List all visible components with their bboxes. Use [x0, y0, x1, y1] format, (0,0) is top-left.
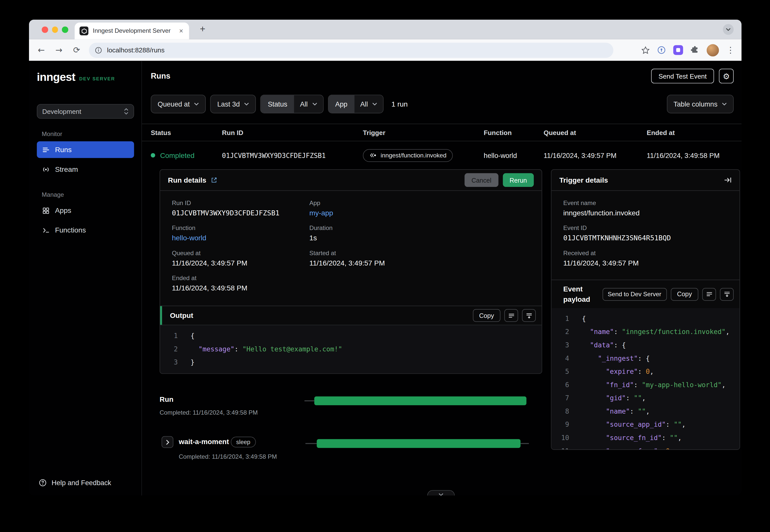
- code-line: 4 "_inngest": {: [551, 352, 740, 365]
- scroll-to-bottom-icon[interactable]: [522, 309, 536, 322]
- run-duration-bar[interactable]: [314, 396, 526, 405]
- external-link-icon[interactable]: [211, 177, 218, 183]
- forward-button[interactable]: →: [53, 45, 64, 55]
- field-value: 1s: [309, 234, 530, 242]
- app-link[interactable]: my-app: [309, 209, 530, 217]
- trigger-details-card: Trigger details Event name inngest/funct…: [551, 169, 740, 450]
- inngest-logo: inngest: [37, 72, 75, 83]
- function-link[interactable]: hello-world: [172, 234, 309, 242]
- sidebar-item-apps[interactable]: Apps: [37, 202, 134, 219]
- scroll-to-bottom-pill[interactable]: [427, 490, 455, 495]
- address-bar[interactable]: localhost:8288/runs: [89, 42, 614, 57]
- profile-avatar[interactable]: [707, 44, 719, 56]
- chevron-down-icon: [194, 103, 199, 106]
- field-label: Queued at: [172, 250, 309, 256]
- field-function: Function hello-world: [172, 225, 309, 242]
- app-filter-label: App: [328, 95, 354, 113]
- trigger-badge-label: inngest/function.invoked: [380, 152, 446, 159]
- timeline-run-label: Run: [159, 395, 173, 403]
- tab-strip: Inngest Development Server × +: [29, 20, 742, 39]
- row-run-id: 01JCVBTMV3WXY9D3CFDEJFZSB1: [222, 151, 363, 159]
- field-label: Received at: [563, 250, 728, 256]
- help-and-feedback-button[interactable]: Help and Feedback: [39, 479, 111, 487]
- timeline-connector: [521, 443, 529, 444]
- rerun-button[interactable]: Rerun: [503, 173, 534, 187]
- trigger-details-title: Trigger details: [559, 176, 608, 184]
- step-name: wait-a-moment: [179, 438, 229, 445]
- text-wrap-icon[interactable]: [702, 288, 716, 301]
- output-copy-button[interactable]: Copy: [473, 309, 500, 322]
- minimize-window-button[interactable]: [52, 26, 58, 32]
- collapse-panel-icon[interactable]: [724, 177, 732, 183]
- site-info-icon[interactable]: [95, 46, 102, 54]
- runs-table-header: Status Run ID Trigger Function Queued at…: [142, 124, 742, 141]
- extension-pinned-icon[interactable]: [673, 45, 683, 55]
- table-columns-dropdown[interactable]: Table columns: [667, 95, 734, 113]
- row-ended-at: 11/16/2024, 3:49:58 PM: [647, 151, 733, 159]
- table-row[interactable]: Completed 01JCVBTMV3WXY9D3CFDEJFZSB1 inn…: [142, 141, 742, 169]
- sidebar-item-runs[interactable]: Runs: [37, 141, 134, 158]
- timeline-connector: [305, 400, 314, 401]
- send-to-dev-server-button[interactable]: Send to Dev Server: [602, 288, 667, 301]
- run-details-header: Run details Cancel Rerun: [160, 170, 541, 191]
- status-filter-value[interactable]: All: [294, 95, 323, 113]
- inngest-favicon-icon: [80, 26, 88, 35]
- event-icon: [369, 153, 377, 158]
- code-line: 5 "expire": 0,: [551, 365, 740, 378]
- tab-close-icon[interactable]: ×: [178, 27, 184, 35]
- sidebar-item-stream[interactable]: Stream: [37, 161, 134, 178]
- sidebar-item-functions[interactable]: Functions: [37, 222, 134, 238]
- extensions-puzzle-icon[interactable]: [690, 46, 699, 54]
- queued-at-filter[interactable]: Queued at: [151, 95, 206, 113]
- trigger-details-fields: Event name inngest/function.invoked Even…: [551, 191, 740, 276]
- time-range-filter[interactable]: Last 3d: [210, 95, 256, 113]
- field-duration: Duration 1s: [309, 225, 530, 242]
- traffic-lights: [42, 26, 68, 32]
- browser-menu-icon[interactable]: ⋮: [726, 45, 735, 55]
- output-section-header: Output Copy: [160, 306, 541, 325]
- status-filter[interactable]: Status All: [261, 95, 324, 113]
- trigger-badge[interactable]: inngest/function.invoked: [363, 149, 453, 162]
- payload-copy-button[interactable]: Copy: [671, 288, 698, 301]
- step-expand-button[interactable]: [161, 436, 173, 448]
- run-count: 1 run: [391, 100, 407, 108]
- step-duration-bar[interactable]: [317, 439, 520, 448]
- app-filter[interactable]: App All: [328, 95, 383, 113]
- scroll-to-bottom-icon[interactable]: [720, 288, 734, 301]
- back-button[interactable]: ←: [36, 45, 47, 55]
- send-test-event-button[interactable]: Send Test Event: [651, 69, 714, 83]
- sidebar-item-label: Stream: [55, 165, 78, 173]
- tab-search-button[interactable]: [723, 24, 734, 35]
- browser-tab[interactable]: Inngest Development Server ×: [75, 23, 189, 39]
- monitor-section-label: Monitor: [42, 130, 62, 137]
- app-filter-value[interactable]: All: [354, 95, 383, 113]
- password-manager-icon[interactable]: [657, 46, 666, 54]
- zoom-window-button[interactable]: [62, 26, 68, 32]
- event-payload-header: Event payload Send to Dev Server Copy: [551, 280, 740, 308]
- col-header-function: Function: [483, 129, 543, 136]
- chevron-right-icon: [166, 439, 169, 445]
- reload-button[interactable]: ⟳: [71, 45, 82, 55]
- status-dot: [151, 153, 155, 158]
- code-line: 6 "fn_id": "my-app-hello-world",: [551, 378, 740, 392]
- table-columns-label: Table columns: [674, 100, 717, 108]
- output-accent-bar: [160, 306, 162, 325]
- bookmark-star-icon[interactable]: [642, 46, 650, 54]
- field-event-name: Event name inngest/function.invoked: [563, 200, 728, 217]
- field-label: Run ID: [172, 200, 309, 207]
- help-label: Help and Feedback: [52, 479, 111, 487]
- text-wrap-icon[interactable]: [504, 309, 518, 322]
- row-function: hello-world: [483, 151, 543, 159]
- environment-select[interactable]: Development: [37, 104, 134, 119]
- close-window-button[interactable]: [42, 26, 48, 32]
- cancel-button[interactable]: Cancel: [465, 173, 498, 187]
- code-line: 8 "name": "",: [551, 405, 740, 418]
- filter-bar: Queued at Last 3d Status All: [151, 95, 734, 113]
- field-value: inngest/function.invoked: [563, 209, 728, 217]
- new-tab-button[interactable]: +: [200, 23, 206, 34]
- run-details-fields: Run ID 01JCVBTMV3WXY9D3CFDEJFZSB1 App my…: [160, 191, 541, 301]
- chevron-down-icon: [312, 103, 317, 106]
- code-line: 11 "source_fn_v": 0,: [551, 445, 740, 449]
- url-text: localhost:8288/runs: [107, 46, 164, 54]
- settings-gear-button[interactable]: ⚙: [719, 69, 733, 83]
